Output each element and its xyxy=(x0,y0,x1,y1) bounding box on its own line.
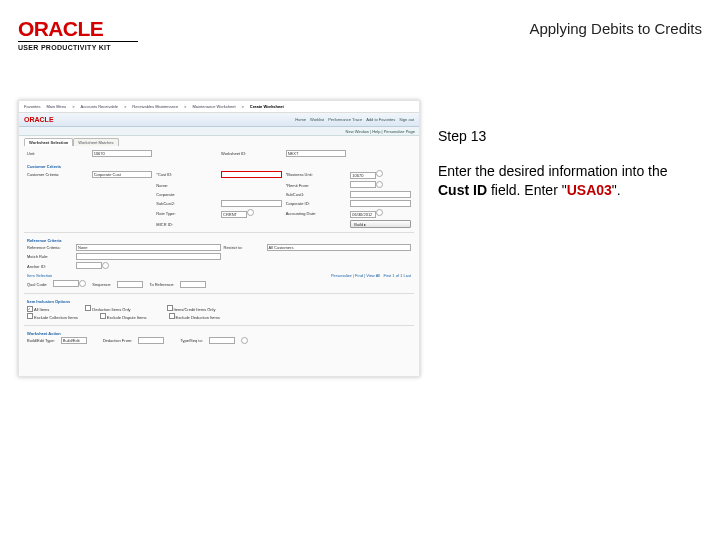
dedfrom-label: Deduction From: xyxy=(103,338,133,343)
tab-worksheet-matches[interactable]: Worksheet Matches xyxy=(73,138,118,146)
corpid-field[interactable] xyxy=(350,200,411,207)
customer-criteria-heading: Customer Criteria xyxy=(27,164,411,169)
lookup-icon[interactable] xyxy=(79,280,86,287)
toref-field[interactable] xyxy=(180,281,206,288)
toref-label: To Reference: xyxy=(149,282,174,287)
worksheet-action-heading: Worksheet Action xyxy=(27,331,411,336)
ratetype-field[interactable]: CRRNT xyxy=(221,211,247,218)
item-inclusion-heading: Item Inclusion Options xyxy=(27,299,411,304)
breadcrumb: Favorites Main Menu> Accounts Receivable… xyxy=(19,101,419,113)
grid-tools[interactable]: Personalize | Find | View All First 1 of… xyxy=(331,273,411,278)
page-title: Applying Debits to Credits xyxy=(529,20,702,37)
app-header-bar: ORACLE Home Worklist Performance Trace A… xyxy=(19,113,419,127)
qual-label: Qual Code: xyxy=(27,282,47,287)
seq-field[interactable] xyxy=(117,281,143,288)
acctdate-field[interactable]: 06/30/2012 xyxy=(350,211,376,218)
acctdate-label: Accounting Date: xyxy=(286,211,347,216)
tab-worksheet-selection[interactable]: Worksheet Selection xyxy=(24,138,73,146)
opt-ex-dispute[interactable]: Exclude Dispute Items xyxy=(100,313,147,320)
lookup-icon[interactable] xyxy=(376,181,383,188)
typeseq-field[interactable] xyxy=(209,337,235,344)
opt-all-items[interactable]: All Items xyxy=(27,306,49,312)
restrict-select[interactable]: All Customers xyxy=(267,244,412,251)
custid-field[interactable] xyxy=(221,171,282,178)
qual-field[interactable] xyxy=(53,280,79,287)
opt-ex-collection[interactable]: Exclude Collection Items xyxy=(27,313,78,320)
subid2-field[interactable] xyxy=(221,200,282,207)
seq-label: Sequence: xyxy=(92,282,111,287)
app-screenshot: Favorites Main Menu> Accounts Receivable… xyxy=(18,100,420,377)
subheader-links[interactable]: New Window | Help | Personalize Page xyxy=(19,127,419,136)
cust-crit-label: Customer Criteria: xyxy=(27,172,88,177)
unit-value: 10670 xyxy=(92,150,153,157)
refcrit-select[interactable]: None xyxy=(76,244,221,251)
lookup-icon[interactable] xyxy=(102,262,109,269)
unit-label: Unit: xyxy=(27,151,88,156)
lookup-icon[interactable] xyxy=(241,337,248,344)
custid-label: *Cust ID: xyxy=(156,172,217,177)
match-label: Match Rule: xyxy=(27,254,73,259)
calendar-icon[interactable] xyxy=(376,209,383,216)
brand-logo: ORACLE USER PRODUCTIVITY KIT xyxy=(18,18,138,51)
reference-criteria-heading: Reference Criteria xyxy=(27,238,411,243)
bu-field[interactable]: 10670 xyxy=(350,172,376,179)
dedfrom-field[interactable] xyxy=(138,337,164,344)
micr-label: MICR ID: xyxy=(156,222,217,227)
oracle-mini-logo: ORACLE xyxy=(24,116,54,123)
nav-link[interactable]: Performance Trace xyxy=(328,117,362,122)
subid-field[interactable] xyxy=(350,191,411,198)
match-field[interactable] xyxy=(76,253,221,260)
crumb[interactable]: Main Menu xyxy=(46,104,66,109)
buildedit-label: Build/Edit Type: xyxy=(27,338,55,343)
bu-label: *Business Unit: xyxy=(286,172,347,177)
name-label: Name: xyxy=(156,183,217,188)
remit-label: *Remit From: xyxy=(286,183,347,188)
opt-ded-only[interactable]: Deduction Items Only xyxy=(85,305,130,312)
nav-link[interactable]: Worklist xyxy=(310,117,324,122)
anchor-field[interactable] xyxy=(76,262,102,269)
instruction-text: Enter the desired information into the C… xyxy=(438,162,702,200)
lookup-icon[interactable] xyxy=(376,170,383,177)
nav-link[interactable]: Add to Favorites xyxy=(366,117,395,122)
opt-items-credit[interactable]: Items/Credit Items Only xyxy=(167,305,216,312)
wsid-value: NEXT xyxy=(286,150,347,157)
refcrit-label: Reference Criteria: xyxy=(27,245,73,250)
instruction-panel: Step 13 Enter the desired information in… xyxy=(438,100,702,377)
anchor-label: Anchor ID: xyxy=(27,264,73,269)
subid-label: SubCust1: xyxy=(286,192,347,197)
typeseq-label: Type/Seq to: xyxy=(180,338,202,343)
crumb[interactable]: Favorites xyxy=(24,104,40,109)
ratetype-label: Rate Type: xyxy=(156,211,217,216)
nav-link[interactable]: Sign out xyxy=(399,117,414,122)
restrict-label: Restrict to: xyxy=(224,245,264,250)
step-number: Step 13 xyxy=(438,128,702,144)
corp-label: Corporate: xyxy=(156,192,217,197)
cust-crit-select[interactable]: Corporate Cust xyxy=(92,171,153,178)
corpid-label: Corporate ID: xyxy=(286,201,347,206)
buildedit-field[interactable]: Build/Edit xyxy=(61,337,87,344)
subid2-label: SubCust2: xyxy=(156,201,217,206)
crumb[interactable]: Accounts Receivable xyxy=(81,104,118,109)
nav-link[interactable]: Home xyxy=(295,117,306,122)
oracle-logo: ORACLE xyxy=(18,18,138,39)
crumb[interactable]: Maintenance Worksheet xyxy=(192,104,235,109)
lookup-icon[interactable] xyxy=(247,209,254,216)
wsid-label: Worksheet ID: xyxy=(221,151,282,156)
build-button[interactable]: Build ▸ xyxy=(350,220,411,228)
opt-ex-deduction[interactable]: Exclude Deduction Items xyxy=(169,313,220,320)
crumb[interactable]: Receivables Maintenance xyxy=(132,104,178,109)
item-selection-heading: Item Selection xyxy=(27,273,52,278)
crumb-current: Create Worksheet xyxy=(250,104,284,109)
remit-field[interactable] xyxy=(350,181,376,188)
logo-subtitle: USER PRODUCTIVITY KIT xyxy=(18,41,138,51)
